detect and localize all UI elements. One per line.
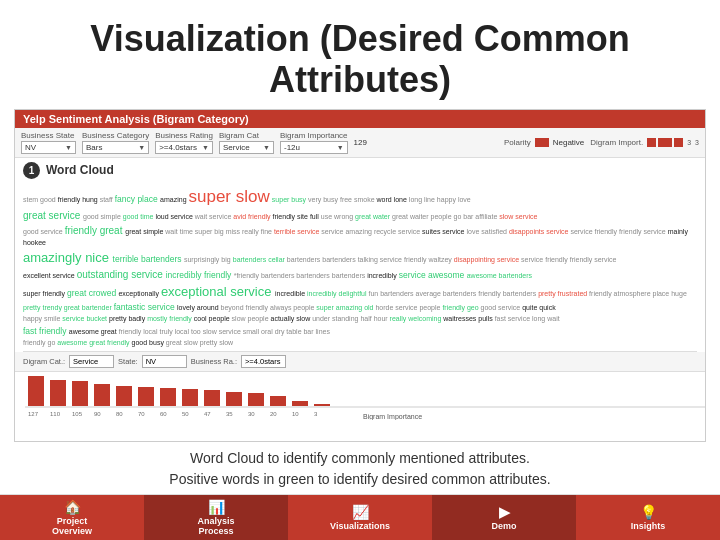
bigram-state-label: State: [118, 357, 138, 366]
rating-arrow-icon: ▼ [202, 144, 209, 151]
wc-word: service friendly [570, 228, 619, 235]
wc-word: place huge [653, 290, 687, 297]
bigram-filter-row: Digram Cat.: Service State: NV Business … [15, 352, 705, 372]
wc-word: good time [123, 213, 156, 220]
wc-word: friendly service [570, 256, 617, 263]
x-label-6: 70 [138, 411, 145, 417]
wc-word: amazingly nice [23, 250, 113, 265]
wc-word: super amazing old [316, 304, 375, 311]
nav-project-overview[interactable]: 🏠 ProjectOverview [0, 495, 144, 540]
wc-word: awesome bartenders [467, 272, 532, 279]
wc-word: good service [23, 228, 65, 235]
description-line3: attributes. [489, 471, 550, 487]
wc-word: happy love [437, 196, 471, 203]
x-label-1: 127 [28, 411, 39, 417]
wc-word: friendly geo [442, 304, 480, 311]
x-label-7: 60 [160, 411, 167, 417]
nav-insights[interactable]: 💡 Insights [576, 495, 720, 540]
wc-word: dry table bar lines [275, 328, 330, 335]
bigram-cat-label2: Digram Cat.: [23, 357, 65, 366]
bar-6 [138, 387, 154, 406]
wc-word: awesome great [69, 328, 119, 335]
wc-word: horde service [375, 304, 419, 311]
wc-word: good simple [83, 213, 123, 220]
x-label-4: 90 [94, 411, 101, 417]
visualizations-icon: 📈 [352, 504, 369, 520]
category-label: Business Category [82, 131, 149, 140]
polarity-legend: Polarity Negative [504, 138, 584, 147]
wc-word: great water [355, 213, 392, 220]
wc-word: super busy [272, 196, 308, 203]
bigram-cat-filter-group: Bigram Cat Service ▼ [219, 131, 274, 154]
wc-word: friendly atmosphere [589, 290, 652, 297]
bigram-cat-label: Bigram Cat [219, 131, 274, 140]
wc-word: big miss [214, 228, 242, 235]
range-min: 3 [687, 139, 691, 146]
wc-word: slow service [499, 213, 537, 220]
nav-demo[interactable]: ▶ Demo [432, 495, 576, 540]
negative-legend-box [535, 138, 549, 147]
x-label-2: 110 [50, 411, 61, 417]
state-select[interactable]: NV ▼ [21, 141, 76, 154]
bigram-cat-select2[interactable]: Service [69, 355, 114, 368]
importance-select[interactable]: -12u ▼ [280, 141, 348, 154]
wc-word: actually slow [271, 315, 313, 322]
wc-word: really fine [242, 228, 274, 235]
wc-word: truly local [160, 328, 192, 335]
wc-word: terrible service [274, 228, 321, 235]
wc-word: fast friendly [23, 326, 69, 336]
wc-word: fun bartenders [368, 290, 415, 297]
bar-2 [50, 380, 66, 406]
wc-word: small oral [243, 328, 275, 335]
wc-word: outstanding service [77, 269, 166, 280]
wc-word: suites service [422, 228, 466, 235]
wc-word: friendly go [23, 339, 57, 346]
wc-word: incredibly delightful [307, 290, 368, 297]
bigram-state-select[interactable]: NV [142, 355, 187, 368]
nav-analysis-process[interactable]: 📊 AnalysisProcess [144, 495, 288, 540]
bigram-business-select[interactable]: >=4.0stars [241, 355, 286, 368]
range-box-1 [647, 138, 656, 147]
wc-word: great slow [166, 339, 200, 346]
bigram-cat-select[interactable]: Service ▼ [219, 141, 274, 154]
range-max: 3 [695, 139, 699, 146]
wc-word: service friendly [521, 256, 570, 263]
bar-3 [72, 381, 88, 406]
wc-word: talking service [358, 256, 404, 263]
wc-word: waitresses pulls [443, 315, 494, 322]
wc-word: staff [100, 196, 115, 203]
wc-word: bar affiliate [463, 213, 499, 220]
wc-word: amazing [160, 196, 188, 203]
category-select[interactable]: Bars ▼ [82, 141, 149, 154]
rating-label: Business Rating [155, 131, 213, 140]
wc-word: good busy [132, 339, 166, 346]
wc-word: service amazing [321, 228, 374, 235]
demo-icon: ▶ [499, 504, 510, 520]
wc-word: bartenders bartenders [287, 256, 358, 263]
word-cloud-area: stem good friendly hung staff fancy plac… [15, 183, 705, 351]
wc-word: recycle service [374, 228, 422, 235]
bar-9 [204, 390, 220, 406]
wc-word: free smoke [340, 196, 377, 203]
wc-word: friendly local [119, 328, 160, 335]
wc-word: pretty frustrated [538, 290, 589, 297]
rating-select[interactable]: >=4.0stars ▼ [155, 141, 213, 154]
wc-word: incredible [275, 290, 307, 297]
wc-word: excellent service [23, 272, 77, 279]
x-label-3: 105 [72, 411, 83, 417]
word-cloud-inner: stem good friendly hung staff fancy plac… [23, 185, 697, 349]
x-axis-title: Bigram Importance [363, 413, 422, 420]
wc-word: surprisingly big [184, 256, 231, 263]
bar-12 [270, 396, 286, 406]
word-cloud-section-header: 1 Word Cloud [15, 158, 705, 183]
nav-visualizations[interactable]: 📈 Visualizations [288, 495, 432, 540]
category-filter-group: Business Category Bars ▼ [82, 131, 149, 154]
state-filter-group: Business State NV ▼ [21, 131, 76, 154]
polarity-legend-label: Polarity [504, 138, 531, 147]
bigram-cat-arrow-icon: ▼ [263, 144, 270, 151]
wc-word: terrible bartenders [113, 254, 184, 264]
wc-word: friendly site full [273, 213, 321, 220]
word-cloud-title: Word Cloud [46, 163, 114, 177]
wc-word: people go [431, 213, 464, 220]
nav-demo-label: Demo [491, 522, 516, 532]
